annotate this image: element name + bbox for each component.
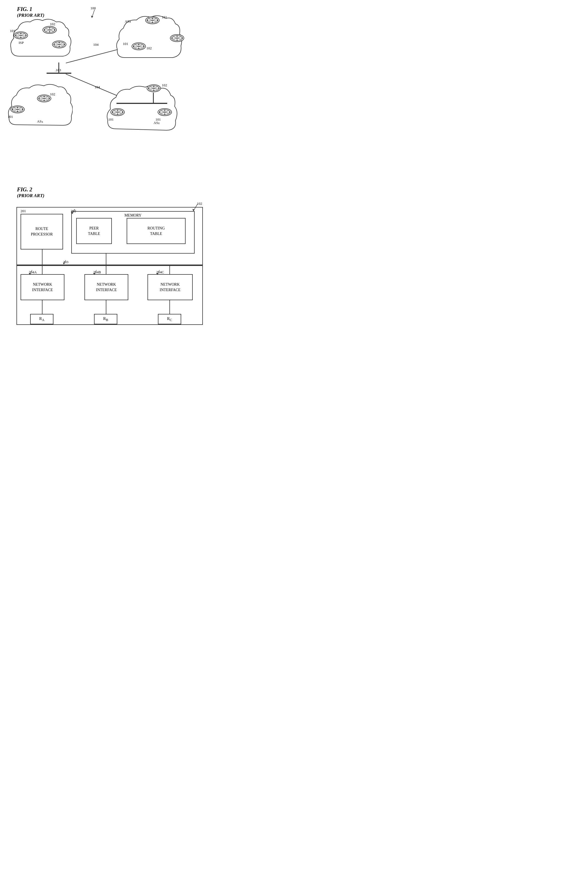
rc-box: RC: [158, 314, 181, 324]
router-as2-top: [147, 84, 161, 92]
label-104b: 104: [94, 85, 100, 89]
label-101e: 101: [108, 117, 114, 122]
fig1-diagram: FIG. 1 (PRIOR ART) 100 ISP 101: [0, 0, 233, 170]
label-isp: ISP: [19, 40, 24, 45]
vert-line-rc: [170, 300, 170, 314]
route-processor-box: ROUTE PROCESSOR: [21, 214, 63, 249]
label-104a: 104: [93, 42, 99, 47]
rb-label: RB: [103, 316, 108, 323]
rb-box: RB: [94, 314, 117, 324]
vert-line-204c: [170, 266, 170, 274]
rc-sub: C: [170, 318, 172, 322]
vert-line-rb: [106, 300, 106, 314]
router-as1-left: [10, 106, 25, 113]
routing-table-box: ROUTING TABLE: [127, 218, 186, 244]
fig1-title: FIG. 1: [17, 6, 32, 12]
label-101b: 101: [162, 15, 167, 19]
label-102c: 102: [50, 92, 56, 96]
label-101f: 101: [155, 117, 161, 122]
routing-table-label: ROUTING TABLE: [147, 226, 165, 236]
fig2-title: FIG. 2: [17, 186, 32, 193]
vert-line-204a: [42, 266, 42, 274]
memory-label: MEMORY: [124, 213, 141, 218]
label-101a: 101: [10, 29, 15, 33]
peer-table-box: PEER TABLE: [76, 218, 112, 244]
vert-line-ra: [42, 300, 42, 314]
router-as3-top: [145, 16, 159, 24]
vert-line-rp-bus: [42, 249, 42, 265]
label-102a: 102: [50, 22, 56, 26]
isp-cloud: [8, 15, 71, 63]
label-102d: 102: [162, 83, 167, 87]
bus-line-as2-vert: [153, 93, 154, 103]
label-102b: 102: [146, 46, 152, 51]
router-isp-bottom: [52, 40, 66, 48]
label-as3: AS₃: [125, 19, 131, 24]
net-iface-c-label: NETWORK INTERFACE: [160, 282, 181, 292]
net-iface-b-label: NETWORK INTERFACE: [96, 282, 117, 292]
arrow-100: [90, 8, 101, 19]
router-isp-right: [42, 26, 57, 34]
net-iface-b-box: NETWORK INTERFACE: [84, 274, 128, 300]
router-as1-right: [37, 94, 51, 102]
peer-table-label: PEER TABLE: [88, 226, 100, 236]
label-as1: AS₁: [37, 119, 43, 124]
vert-line-204b: [106, 266, 106, 274]
vert-line-mem-bus: [106, 253, 106, 265]
label-101c: 101: [123, 42, 128, 46]
label-103: .103: [55, 68, 61, 72]
svg-marker-110: [63, 262, 65, 264]
rc-label: RC: [167, 316, 172, 323]
router-isp-left: [14, 31, 28, 39]
ra-box: RA: [30, 314, 54, 324]
label-201: 201: [21, 209, 26, 213]
net-iface-a-label: NETWORK INTERFACE: [32, 282, 53, 292]
ra-label: RA: [39, 316, 44, 323]
router-as2-right: [158, 108, 172, 116]
svg-marker-1: [91, 16, 93, 18]
fig2-diagram: FIG. 2 (PRIOR ART) 102 201 ROUTE PROCESS…: [0, 186, 233, 345]
bus-bar-203: [17, 265, 202, 266]
rb-sub: B: [106, 318, 108, 322]
route-processor-label: ROUTE PROCESSOR: [31, 226, 52, 237]
bus-horizontal-as2: [117, 103, 167, 104]
net-iface-a-box: NETWORK INTERFACE: [21, 274, 64, 300]
label-101d: 101: [8, 115, 13, 119]
ra-sub: A: [42, 318, 44, 322]
net-iface-c-box: NETWORK INTERFACE: [147, 274, 193, 300]
router-as3-right: [170, 34, 184, 42]
fig2-subtitle: (PRIOR ART): [17, 193, 44, 198]
router-as3-bottom: [132, 42, 146, 50]
router-as2-left: [111, 108, 125, 116]
